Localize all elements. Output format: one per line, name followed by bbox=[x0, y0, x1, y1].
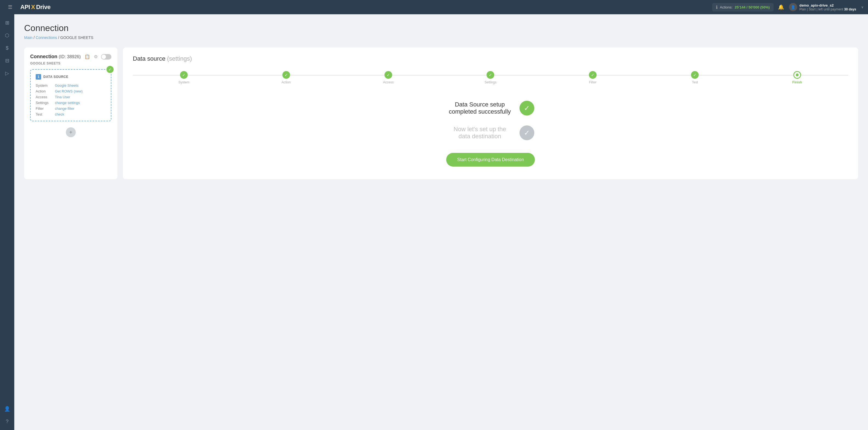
success-row-next: Now let's set up the data destination ✓ bbox=[447, 125, 534, 140]
logo-api: API bbox=[20, 4, 30, 11]
page-title: Connection bbox=[24, 23, 858, 33]
connection-id: (ID: 38926) bbox=[59, 54, 81, 59]
step-access: ✓ Access bbox=[337, 71, 439, 84]
table-row: System Google Sheets bbox=[36, 84, 106, 88]
step-circle-test: ✓ bbox=[691, 71, 699, 79]
success-row-main: Data Source setup completed successfully… bbox=[447, 101, 534, 116]
breadcrumb-sep1: / bbox=[33, 35, 36, 40]
row-key-action: Action bbox=[36, 89, 55, 93]
next-check-icon: ✓ bbox=[520, 125, 534, 140]
step-test: ✓ Test bbox=[644, 71, 746, 84]
info-icon: ℹ bbox=[716, 5, 718, 10]
right-panel: Data source (settings) ✓ System bbox=[123, 48, 858, 179]
content-area: Connection Main / Connections / GOOGLE S… bbox=[14, 14, 868, 430]
plan-text: Plan | Start | left until payment bbox=[799, 7, 843, 11]
table-row: Test check bbox=[36, 112, 106, 116]
breadcrumb-current: GOOGLE SHEETS bbox=[60, 35, 94, 40]
table-row: Access Tina User bbox=[36, 95, 106, 99]
copy-button[interactable]: 📋 bbox=[84, 54, 91, 60]
data-source-label: DATA SOURCE bbox=[43, 75, 68, 79]
sidebar-item-account[interactable]: 👤 bbox=[1, 403, 13, 414]
success-title: Data Source setup completed successfully bbox=[447, 101, 513, 115]
data-source-number: 1 bbox=[36, 74, 41, 80]
row-val-access[interactable]: Tina User bbox=[55, 95, 70, 99]
sidebar-item-billing[interactable]: $ bbox=[1, 42, 13, 54]
add-source-button[interactable]: + bbox=[66, 127, 76, 137]
topnav: ☰ APIXDrive ℹ Actions: 25'144 / 50'000 (… bbox=[0, 0, 868, 14]
connection-title: Connection (ID: 38926) bbox=[30, 54, 81, 60]
user-details: demo_apix-drive_s2 Plan | Start | left u… bbox=[799, 3, 856, 11]
breadcrumb-main[interactable]: Main bbox=[24, 35, 32, 40]
row-key-access: Access bbox=[36, 95, 55, 99]
step-label-filter: Filter bbox=[589, 81, 597, 84]
row-val-test[interactable]: check bbox=[55, 112, 64, 116]
plan-days: 30 days bbox=[844, 7, 856, 11]
table-row: Action Get ROWS (new) bbox=[36, 89, 106, 93]
step-label-action: Action bbox=[282, 81, 290, 84]
row-key-filter: Filter bbox=[36, 106, 55, 111]
step-label-settings: Settings bbox=[485, 81, 496, 84]
table-row: Filter change filter bbox=[36, 106, 106, 111]
stepper: ✓ System ✓ Action ✓ Access bbox=[133, 71, 848, 84]
table-row: Settings change settings bbox=[36, 101, 106, 105]
row-key-settings: Settings bbox=[36, 101, 55, 105]
start-configuring-button[interactable]: Start Configuring Data Destination bbox=[446, 153, 535, 166]
user-info: 👤 demo_apix-drive_s2 Plan | Start | left… bbox=[789, 3, 856, 11]
success-area: Data Source setup completed successfully… bbox=[133, 101, 848, 166]
topnav-right: 🔔 👤 demo_apix-drive_s2 Plan | Start | le… bbox=[778, 3, 864, 11]
toggle-switch[interactable] bbox=[101, 54, 112, 60]
step-circle-system: ✓ bbox=[180, 71, 188, 79]
avatar: 👤 bbox=[789, 3, 797, 11]
next-title: Now let's set up the data destination bbox=[447, 126, 513, 140]
connection-header: Connection (ID: 38926) 📋 ⚙ bbox=[30, 54, 112, 60]
logo-x: X bbox=[31, 4, 35, 11]
sidebar-item-tasks[interactable]: ⊟ bbox=[1, 55, 13, 66]
user-name: demo_apix-drive_s2 bbox=[799, 3, 856, 7]
success-check-icon: ✓ bbox=[520, 101, 534, 116]
toggle-slider bbox=[101, 54, 112, 60]
step-circle-access: ✓ bbox=[384, 71, 392, 79]
panel-title-text: Data source bbox=[133, 55, 165, 62]
step-finish: Finish bbox=[746, 71, 848, 84]
step-system: ✓ System bbox=[133, 71, 235, 84]
step-action: ✓ Action bbox=[235, 71, 337, 84]
step-settings: ✓ Settings bbox=[439, 71, 541, 84]
panel-title: Data source (settings) bbox=[133, 55, 848, 62]
breadcrumb-connections[interactable]: Connections bbox=[36, 35, 57, 40]
row-val-action[interactable]: Get ROWS (new) bbox=[55, 89, 83, 93]
step-label-finish: Finish bbox=[792, 81, 802, 84]
row-val-settings[interactable]: change settings bbox=[55, 101, 80, 105]
sidebar: ⊞ ⬡ $ ⊟ ▷ 👤 ? bbox=[0, 14, 14, 430]
menu-button[interactable]: ☰ bbox=[4, 1, 16, 13]
bell-icon[interactable]: 🔔 bbox=[778, 4, 784, 10]
breadcrumb: Main / Connections / GOOGLE SHEETS bbox=[24, 35, 858, 40]
logo: APIXDrive bbox=[20, 4, 51, 11]
data-source-check-badge: ✓ bbox=[106, 66, 114, 73]
step-label-access: Access bbox=[383, 81, 394, 84]
actions-label: Actions: bbox=[720, 5, 733, 9]
step-label-system: System bbox=[178, 81, 189, 84]
actions-count: 25'144 / 50'000 (50%) bbox=[735, 5, 770, 9]
step-label-test: Test bbox=[692, 81, 698, 84]
row-val-filter[interactable]: change filter bbox=[55, 106, 74, 111]
row-key-system: System bbox=[36, 84, 55, 88]
chevron-down-icon: ∨ bbox=[861, 5, 864, 9]
stepper-items: ✓ System ✓ Action ✓ Access bbox=[133, 71, 848, 84]
step-circle-filter: ✓ bbox=[589, 71, 597, 79]
row-val-system[interactable]: Google Sheets bbox=[55, 84, 79, 88]
main-layout: ⊞ ⬡ $ ⊟ ▷ 👤 ? Connection Main / Connecti… bbox=[0, 14, 868, 430]
panel-title-settings: (settings) bbox=[167, 55, 192, 62]
panels: Connection (ID: 38926) 📋 ⚙ GOOGLE SHEETS… bbox=[24, 48, 858, 179]
actions-badge: ℹ Actions: 25'144 / 50'000 (50%) bbox=[712, 3, 774, 11]
sidebar-item-video[interactable]: ▷ bbox=[1, 67, 13, 79]
step-circle-finish bbox=[793, 71, 801, 79]
connection-label: Connection bbox=[30, 54, 57, 59]
data-source-card: ✓ 1 DATA SOURCE System Google Sheets Act… bbox=[30, 69, 112, 121]
step-circle-action: ✓ bbox=[282, 71, 290, 79]
settings-button[interactable]: ⚙ bbox=[93, 54, 98, 60]
step-filter: ✓ Filter bbox=[542, 71, 644, 84]
left-panel: Connection (ID: 38926) 📋 ⚙ GOOGLE SHEETS… bbox=[24, 48, 118, 179]
sidebar-item-connections[interactable]: ⬡ bbox=[1, 30, 13, 41]
sidebar-item-home[interactable]: ⊞ bbox=[1, 17, 13, 29]
sidebar-item-help[interactable]: ? bbox=[1, 416, 13, 427]
